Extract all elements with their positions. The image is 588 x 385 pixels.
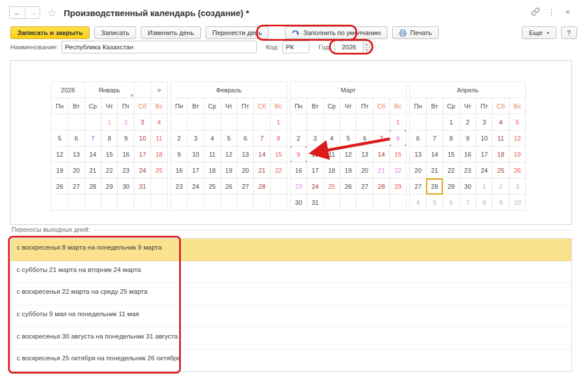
day-cell[interactable]: 24 <box>134 162 151 178</box>
day-cell[interactable]: 6 <box>237 130 254 146</box>
day-cell[interactable]: 23 <box>171 178 188 195</box>
day-cell[interactable]: 13 <box>237 146 254 162</box>
day-cell[interactable]: 1 <box>476 178 493 195</box>
transfer-row[interactable]: с воскресенья 30 августа на понедельник … <box>11 328 571 350</box>
day-cell[interactable]: 10 <box>307 146 323 162</box>
day-cell[interactable]: 16 <box>118 146 134 162</box>
day-cell[interactable]: 10 <box>509 195 526 211</box>
day-cell[interactable]: 10 <box>187 146 204 162</box>
day-cell[interactable]: 12 <box>220 146 237 162</box>
day-cell[interactable]: 13 <box>410 146 427 162</box>
day-cell[interactable]: 10 <box>134 130 151 146</box>
day-cell[interactable]: 5 <box>52 130 68 146</box>
day-cell[interactable]: 31 <box>307 195 323 211</box>
day-cell[interactable]: 24 <box>476 162 493 178</box>
save-button[interactable]: Записать <box>94 26 136 39</box>
day-cell[interactable]: 18 <box>493 146 509 162</box>
day-cell[interactable]: 28 <box>373 178 390 195</box>
day-cell[interactable]: 6 <box>357 130 373 146</box>
help-button[interactable]: ? <box>561 26 577 39</box>
day-cell[interactable]: 26 <box>52 178 68 195</box>
day-cell[interactable]: 8 <box>443 130 459 146</box>
day-cell[interactable]: 14 <box>84 146 101 162</box>
day-cell[interactable]: 10 <box>476 130 493 146</box>
more-menu-icon[interactable]: ⋮ <box>547 7 556 16</box>
day-cell[interactable]: 25 <box>493 162 509 178</box>
day-cell[interactable]: 7 <box>426 130 443 146</box>
day-cell[interactable]: 26 <box>220 178 237 195</box>
day-cell[interactable]: 4 <box>410 195 427 211</box>
day-cell[interactable]: 26 <box>509 162 526 178</box>
day-cell[interactable]: 15 <box>270 146 287 162</box>
day-cell[interactable]: 17 <box>307 162 323 178</box>
spin-down-icon[interactable]: ▼ <box>363 48 370 53</box>
day-cell[interactable]: 22 <box>390 162 407 178</box>
day-cell[interactable]: 30 <box>291 195 307 211</box>
day-cell[interactable]: 30 <box>459 178 476 195</box>
month-name-dropdown[interactable]: Январь <box>84 82 134 98</box>
day-cell[interactable]: 5 <box>340 130 357 146</box>
year-field[interactable]: 2026 <box>334 41 363 53</box>
day-cell[interactable]: 9 <box>118 130 134 146</box>
transfer-row[interactable]: с воскресенья 8 марта на понедельник 9 м… <box>11 239 571 261</box>
day-cell[interactable]: 1 <box>390 114 407 130</box>
day-cell[interactable]: 26 <box>340 178 357 195</box>
day-cell[interactable]: 1 <box>270 114 287 130</box>
move-day-button[interactable]: Перенести день <box>206 26 269 39</box>
print-button[interactable]: Печать <box>392 26 439 39</box>
next-month-button[interactable]: > <box>151 82 168 98</box>
transfer-row[interactable]: с субботы 9 мая на понедельник 11 мая <box>11 305 571 328</box>
day-cell[interactable]: 17 <box>187 162 204 178</box>
day-cell[interactable]: 20 <box>237 162 254 178</box>
day-cell[interactable]: 16 <box>171 162 188 178</box>
day-cell[interactable]: 31 <box>134 178 151 195</box>
day-cell[interactable]: 9 <box>291 146 307 162</box>
day-cell[interactable]: 27 <box>68 178 84 195</box>
day-cell[interactable]: 19 <box>509 146 526 162</box>
day-cell[interactable]: 27 <box>357 178 373 195</box>
spin-up-icon[interactable]: ▲ <box>363 41 370 48</box>
day-cell[interactable]: 12 <box>52 146 68 162</box>
day-cell[interactable]: 21 <box>84 162 101 178</box>
day-cell[interactable]: 11 <box>493 130 509 146</box>
day-cell[interactable]: 2 <box>291 130 307 146</box>
day-cell[interactable]: 28 <box>426 178 443 195</box>
day-cell[interactable]: 28 <box>254 178 270 195</box>
back-button[interactable]: ← <box>10 7 25 18</box>
day-cell[interactable]: 20 <box>68 162 84 178</box>
day-cell[interactable]: 2 <box>493 178 509 195</box>
day-cell[interactable]: 8 <box>270 130 287 146</box>
day-cell[interactable]: 21 <box>254 162 270 178</box>
day-cell[interactable]: 6 <box>410 130 427 146</box>
day-cell[interactable]: 9 <box>459 130 476 146</box>
day-cell[interactable]: 11 <box>204 146 220 162</box>
day-cell[interactable]: 15 <box>390 146 407 162</box>
day-cell[interactable]: 20 <box>357 162 373 178</box>
day-cell[interactable]: 9 <box>493 195 509 211</box>
day-cell[interactable]: 11 <box>151 130 168 146</box>
day-cell[interactable]: 18 <box>323 162 340 178</box>
day-cell[interactable]: 16 <box>291 162 307 178</box>
transfer-row[interactable]: с воскресенья 22 марта на среду 25 марта <box>11 283 571 305</box>
day-cell[interactable]: 6 <box>443 195 459 211</box>
code-field[interactable]: РК <box>283 41 310 53</box>
day-cell[interactable]: 28 <box>84 178 101 195</box>
day-cell[interactable]: 7 <box>254 130 270 146</box>
day-cell[interactable]: 3 <box>509 178 526 195</box>
day-cell[interactable]: 8 <box>101 130 118 146</box>
name-field[interactable]: Республика Казахстан <box>61 41 257 53</box>
day-cell[interactable]: 3 <box>307 130 323 146</box>
day-cell[interactable]: 19 <box>340 162 357 178</box>
day-cell[interactable]: 23 <box>118 162 134 178</box>
day-cell[interactable]: 27 <box>410 178 427 195</box>
day-cell[interactable]: 3 <box>134 114 151 130</box>
day-cell[interactable]: 29 <box>101 178 118 195</box>
day-cell[interactable]: 20 <box>410 162 427 178</box>
day-cell[interactable]: 4 <box>323 130 340 146</box>
day-cell[interactable]: 17 <box>134 146 151 162</box>
day-cell[interactable]: 24 <box>307 178 323 195</box>
close-icon[interactable]: × <box>563 7 572 16</box>
link-icon[interactable] <box>531 7 540 16</box>
favorite-star-icon[interactable]: ☆ <box>47 7 57 18</box>
day-cell[interactable]: 15 <box>101 146 118 162</box>
